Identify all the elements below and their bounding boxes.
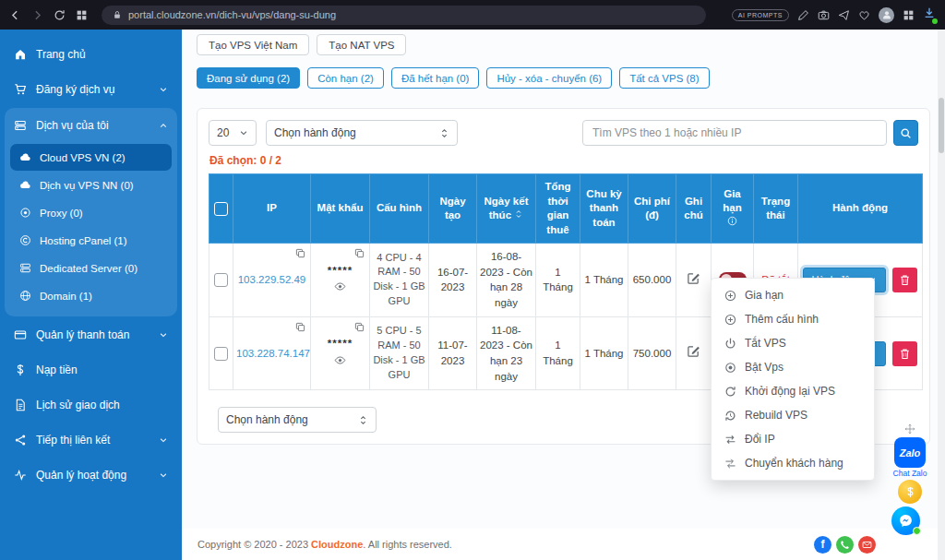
menu-item-tat-vps[interactable]: Tắt VPS: [712, 331, 874, 355]
menu-item-them-cau-hinh[interactable]: Thêm cấu hình: [712, 307, 874, 331]
sidebar-subitem-cloud-vps-vn[interactable]: Cloud VPS VN (2): [10, 144, 172, 171]
copy-password-icon[interactable]: [354, 322, 365, 332]
dollar-icon: [14, 363, 27, 376]
search-icon: [900, 127, 912, 139]
trash-icon: [899, 348, 911, 360]
sidebar-subitem-domain[interactable]: Domain (1): [10, 282, 172, 309]
forward-icon[interactable]: [31, 9, 43, 21]
sidebar-item-trang-chu[interactable]: Trang chủ: [0, 37, 182, 72]
sidebar: Trang chủ Đăng ký dịch vụ Dịch vụ của tô…: [0, 30, 182, 560]
bottom-action-select[interactable]: Chọn hành động: [218, 407, 377, 433]
create-buttons-row: Tạo VPS Việt Nam Tạo NAT VPS: [182, 30, 945, 55]
menu-item-chuyen-khach-hang[interactable]: Chuyển khách hàng: [712, 451, 874, 475]
tab-tat-ca-vps[interactable]: Tất cả VPS (8): [619, 67, 709, 89]
status-tabs: Đang sử dụng (2) Còn hạn (2) Đã hết hạn …: [182, 55, 945, 89]
facebook-icon[interactable]: f: [814, 536, 831, 554]
browser-toolbar: portal.cloudzone.vn/dich-vu/vps/dang-su-…: [0, 0, 945, 30]
sidebar-item-label: Quản lý hoạt động: [36, 469, 126, 482]
messenger-widget[interactable]: [891, 506, 920, 535]
eye-icon[interactable]: [334, 280, 346, 292]
social-links: f: [814, 536, 876, 554]
search-input[interactable]: [582, 120, 887, 146]
send-icon[interactable]: [838, 9, 850, 21]
favorites-heart-icon[interactable]: [858, 9, 870, 21]
menu-item-gia-han[interactable]: Gia hạn: [712, 283, 874, 307]
ip-link[interactable]: 103.228.74.147: [236, 348, 310, 359]
record-icon: [724, 362, 736, 374]
cost-cell: 750.000: [628, 316, 676, 390]
phone-icon[interactable]: [836, 536, 854, 554]
info-icon[interactable]: [727, 216, 737, 226]
chat-zalo-label: Chat Zalo: [887, 469, 933, 478]
sidebar-item-dang-ky-dich-vu[interactable]: Đăng ký dịch vụ: [0, 72, 182, 107]
back-icon[interactable]: [9, 9, 21, 21]
downloads-icon[interactable]: [923, 6, 936, 23]
money-widget[interactable]: [898, 480, 922, 504]
sidebar-item-quan-ly-hoat-dong[interactable]: Quản lý hoạt động: [0, 458, 182, 493]
created-cell: 16-07-2023: [429, 244, 477, 317]
bulk-action-select[interactable]: Chọn hành động: [266, 120, 458, 146]
search-button[interactable]: [893, 120, 918, 146]
delete-vps-button[interactable]: [892, 341, 917, 366]
sidebar-subitem-proxy[interactable]: Proxy (0): [10, 199, 172, 226]
select-all-checkbox[interactable]: [214, 202, 228, 216]
edit-note-icon[interactable]: [687, 271, 700, 285]
sidebar-subitem-dich-vu-vps-nn[interactable]: Dịch vụ VPS NN (0): [10, 172, 172, 198]
sidebar-subitem-hosting-cpanel[interactable]: Hosting cPanel (1): [10, 227, 172, 254]
transfer-icon: [724, 458, 736, 470]
menu-item-khoi-dong-lai-vps[interactable]: Khởi động lại VPS: [712, 379, 874, 403]
chevron-down-icon: [159, 330, 168, 340]
messenger-icon: [898, 513, 914, 529]
create-nat-vps-button[interactable]: Tạo NAT VPS: [317, 34, 406, 55]
sidebar-item-dich-vu-cua-toi[interactable]: Dịch vụ của tôi: [5, 108, 177, 143]
sidebar-subitem-dedicated-server[interactable]: Dedicated Server (0): [10, 255, 172, 281]
sidebar-item-lich-su-giao-dich[interactable]: Lịch sử giao dịch: [0, 387, 182, 423]
eye-icon[interactable]: [334, 354, 346, 366]
table-header-row: IP Mật khẩu Cấu hình Ngày tạo Ngày kết t…: [209, 174, 923, 244]
apps-grid-icon[interactable]: [76, 9, 88, 21]
sidebar-item-nap-tien[interactable]: Nạp tiền: [0, 352, 182, 387]
sidebar-item-quan-ly-thanh-toan[interactable]: Quản lý thanh toán: [0, 317, 182, 352]
refresh-icon[interactable]: [54, 9, 66, 21]
delete-vps-button[interactable]: [892, 268, 917, 292]
menu-item-doi-ip[interactable]: Đổi IP: [712, 427, 874, 451]
scrollbar-thumb[interactable]: [939, 98, 944, 153]
tab-da-het-han[interactable]: Đã hết hạn (0): [391, 67, 480, 89]
ip-link[interactable]: 103.229.52.49: [238, 274, 306, 285]
extensions-icon[interactable]: [903, 9, 915, 21]
tab-dang-su-dung[interactable]: Đang sử dụng (2): [197, 67, 300, 89]
edit-note-icon[interactable]: [687, 344, 700, 358]
edit-icon[interactable]: [797, 9, 809, 21]
chevron-down-icon: [159, 435, 168, 445]
ai-prompts-badge[interactable]: AI PROMPTS: [732, 9, 789, 21]
screenshot-icon[interactable]: [818, 9, 830, 21]
copy-password-icon[interactable]: [354, 248, 365, 258]
page-size-select[interactable]: 20: [209, 120, 257, 146]
tab-huy-xoa-chuyen[interactable]: Hủy - xóa - chuyển (6): [486, 67, 612, 89]
create-vps-vn-button[interactable]: Tạo VPS Việt Nam: [197, 34, 309, 55]
profile-avatar[interactable]: [879, 7, 894, 23]
updown-caret-icon: [358, 415, 368, 425]
bottom-action-value: Chọn hành động: [226, 413, 308, 426]
globe-icon: [19, 290, 31, 302]
move-widget-icon[interactable]: [904, 423, 915, 435]
row-checkbox[interactable]: [214, 273, 228, 287]
row-checkbox[interactable]: [214, 347, 228, 361]
sidebar-item-tiep-thi-lien-ket[interactable]: Tiếp thị liên kết: [0, 423, 182, 458]
col-config: Cấu hình: [370, 174, 429, 244]
footer: Copyright © 2020 - 2023 Cloudzone. All r…: [182, 529, 945, 560]
tab-con-han[interactable]: Còn hạn (2): [307, 67, 384, 89]
zalo-widget[interactable]: Zalo: [894, 437, 926, 468]
col-status: Trạng thái: [754, 174, 798, 244]
mail-icon[interactable]: [858, 536, 876, 554]
menu-item-bat-vps[interactable]: Bật Vps: [712, 355, 874, 379]
sidebar-item-label: Quản lý thanh toán: [36, 328, 129, 341]
col-end-date[interactable]: Ngày kết thúc: [477, 174, 536, 244]
sidebar-item-label: Dịch vụ của tôi: [36, 119, 109, 132]
menu-item-rebuild-vps[interactable]: Rebuild VPS: [712, 403, 874, 427]
address-bar[interactable]: portal.cloudzone.vn/dich-vu/vps/dang-su-…: [102, 6, 706, 25]
cloud-icon: [19, 151, 31, 163]
config-cell: 5 CPU - 5 RAM - 50 Disk - 1 GB GPU: [370, 316, 429, 390]
copy-ip-icon[interactable]: [295, 248, 305, 258]
copy-ip-icon[interactable]: [295, 322, 305, 332]
